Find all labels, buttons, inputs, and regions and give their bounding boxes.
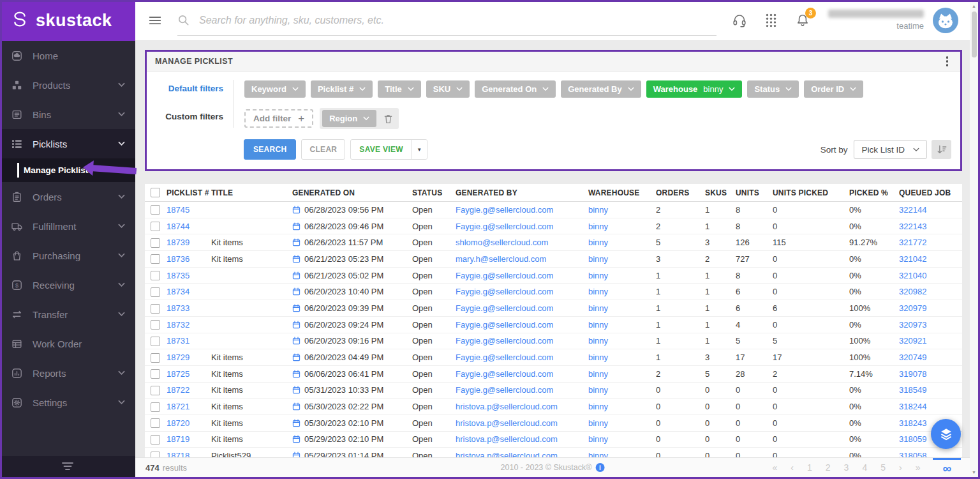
picklist-number-link[interactable]: 18731	[167, 336, 189, 346]
kebab-menu-icon[interactable]	[942, 54, 953, 69]
column-header-title[interactable]: TITLE	[211, 188, 292, 197]
filter-chip-picklist[interactable]: Picklist #	[311, 80, 373, 98]
queued-job-link[interactable]: 319078	[899, 369, 926, 379]
queued-job-link[interactable]: 321042	[899, 254, 926, 264]
sidebar-item-transfer[interactable]: Transfer	[0, 300, 135, 329]
filter-chip-order-id[interactable]: Order ID	[804, 80, 863, 98]
warehouse-link[interactable]: binny	[588, 369, 608, 379]
filter-chip-generated-on[interactable]: Generated On	[475, 80, 556, 98]
row-checkbox[interactable]	[151, 271, 160, 280]
sidebar-item-products[interactable]: Products	[0, 70, 135, 100]
picklist-number-link[interactable]: 18729	[167, 353, 189, 362]
column-header-units[interactable]: UNITS	[736, 188, 773, 197]
pagination-page-2[interactable]: 2	[826, 462, 831, 473]
column-header-generated-on[interactable]: GENERATED ON	[292, 188, 412, 197]
pagination-page-5[interactable]: 5	[880, 462, 886, 473]
queued-job-link[interactable]: 320973	[899, 320, 926, 330]
picklist-number-link[interactable]: 18735	[167, 271, 189, 280]
column-header-picklist[interactable]: PICKLIST #	[167, 188, 211, 197]
sidebar-item-reports[interactable]: Reports	[0, 358, 135, 388]
column-header-status[interactable]: STATUS	[412, 188, 456, 197]
picklist-number-link[interactable]: 18722	[167, 385, 189, 395]
avatar[interactable]	[933, 8, 958, 33]
generated-by-link[interactable]: Faygie.g@sellercloud.com	[456, 369, 553, 379]
picklist-number-link[interactable]: 18736	[167, 254, 189, 264]
queued-job-link[interactable]: 322144	[899, 205, 926, 215]
pagination-last[interactable]: »	[916, 462, 921, 473]
queued-job-link[interactable]: 322143	[899, 222, 926, 231]
default-filters-label[interactable]: Default filters	[156, 80, 223, 97]
warehouse-link[interactable]: binny	[588, 303, 608, 313]
row-checkbox[interactable]	[151, 402, 160, 412]
column-header-generated-by[interactable]: GENERATED BY	[456, 188, 588, 197]
queued-job-link[interactable]: 320982	[899, 287, 926, 296]
picklist-number-link[interactable]: 18732	[167, 320, 189, 330]
column-header-orders[interactable]: ORDERS	[656, 188, 705, 197]
picklist-number-link[interactable]: 18721	[167, 402, 189, 411]
picklist-number-link[interactable]: 18733	[167, 303, 189, 313]
sidebar-item-work-order[interactable]: Work Order	[0, 329, 135, 358]
save-view-caret-button[interactable]: ▼	[412, 140, 427, 159]
picklist-number-link[interactable]: 18734	[167, 287, 189, 296]
queued-job-link[interactable]: 321040	[899, 271, 926, 280]
generated-by-link[interactable]: Faygie.g@sellercloud.com	[456, 222, 553, 231]
select-all-checkbox[interactable]	[151, 188, 160, 197]
sort-field-select[interactable]: Pick List ID	[854, 140, 927, 159]
sidebar-item-picklists[interactable]: Picklists	[0, 129, 135, 158]
pagination-page-4[interactable]: 4	[862, 462, 867, 473]
warehouse-link[interactable]: binny	[588, 402, 608, 411]
row-checkbox[interactable]	[151, 222, 160, 231]
row-checkbox[interactable]	[151, 287, 160, 297]
row-checkbox[interactable]	[151, 353, 160, 363]
warehouse-link[interactable]: binny	[588, 271, 608, 280]
warehouse-link[interactable]: binny	[588, 254, 608, 264]
warehouse-link[interactable]: binny	[588, 336, 608, 346]
warehouse-link[interactable]: binny	[588, 434, 608, 444]
warehouse-link[interactable]: binny	[588, 205, 608, 215]
queued-job-link[interactable]: 318243	[899, 418, 926, 428]
sidebar-item-purchasing[interactable]: Purchasing	[0, 241, 135, 270]
warehouse-link[interactable]: binny	[588, 353, 608, 362]
sort-direction-button[interactable]	[932, 140, 951, 159]
generated-by-link[interactable]: Faygie.g@sellercloud.com	[456, 320, 553, 330]
row-checkbox[interactable]	[151, 205, 160, 215]
apps-grid-icon[interactable]	[766, 13, 776, 27]
row-checkbox[interactable]	[151, 304, 160, 314]
picklist-number-link[interactable]: 18725	[167, 369, 189, 379]
generated-by-link[interactable]: hristova.p@sellercloud.com	[456, 402, 558, 411]
queued-job-link[interactable]: 321772	[899, 238, 926, 247]
queued-job-link[interactable]: 318059	[899, 434, 926, 444]
generated-by-link[interactable]: Faygie.g@sellercloud.com	[456, 205, 553, 215]
picklist-number-link[interactable]: 18719	[167, 434, 189, 444]
generated-by-link[interactable]: shlomo@sellercloud.com	[456, 238, 548, 247]
sidebar-item-home[interactable]: Home	[0, 41, 135, 70]
generated-by-link[interactable]: hristova.p@sellercloud.com	[456, 418, 558, 428]
row-checkbox[interactable]	[151, 320, 160, 330]
hamburger-menu-icon[interactable]	[148, 13, 162, 27]
pagination-page-1[interactable]: 1	[807, 462, 812, 473]
row-checkbox[interactable]	[151, 337, 160, 346]
scroll-up-arrow[interactable]: ▲	[970, 3, 978, 10]
warehouse-link[interactable]: binny	[588, 238, 608, 247]
row-checkbox[interactable]	[151, 386, 160, 395]
queued-job-link[interactable]: 318244	[899, 402, 926, 411]
scroll-down-arrow[interactable]: ▼	[970, 469, 978, 476]
layers-fab-button[interactable]	[931, 419, 961, 449]
info-icon[interactable]: i	[595, 463, 604, 472]
search-button[interactable]: SEARCH	[244, 139, 296, 160]
column-header-picked[interactable]: PICKED %	[849, 188, 899, 197]
custom-filters-label[interactable]: Custom filters	[156, 108, 223, 125]
save-view-button[interactable]: SAVE VIEW	[351, 140, 412, 159]
sidebar-item-orders[interactable]: Orders	[0, 182, 135, 211]
generated-by-link[interactable]: Faygie.g@sellercloud.com	[456, 271, 553, 280]
infinite-scroll-toggle[interactable]: ∞	[933, 458, 961, 477]
scrollbar-thumb[interactable]	[972, 11, 977, 57]
generated-by-link[interactable]: mary.h@sellercloud.com	[456, 254, 546, 264]
sidebar-item-bins[interactable]: Bins	[0, 100, 135, 129]
filter-chip-keyword[interactable]: Keyword	[244, 80, 306, 98]
generated-by-link[interactable]: Faygie.g@sellercloud.com	[456, 385, 553, 395]
sidebar-collapse-button[interactable]	[0, 456, 135, 479]
notifications-bell-icon[interactable]: 3	[795, 13, 810, 28]
filter-chip-generated-by[interactable]: Generated By	[561, 80, 641, 98]
column-header-units-picked[interactable]: UNITS PICKED	[773, 188, 849, 197]
